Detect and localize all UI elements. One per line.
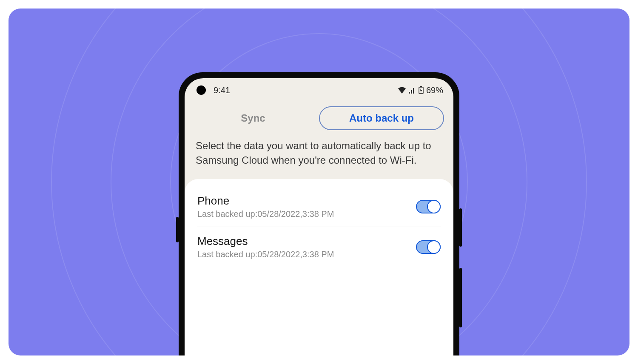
status-time: 9:41 bbox=[214, 85, 230, 95]
list-item[interactable]: Phone Last backed up:05/28/2022,3:38 PM bbox=[185, 187, 453, 227]
camera-hole bbox=[197, 85, 206, 95]
battery-percent: 69% bbox=[426, 85, 443, 95]
toggle-knob bbox=[427, 200, 441, 213]
toggle-switch[interactable] bbox=[416, 240, 441, 254]
status-right: 69% bbox=[398, 85, 443, 95]
wifi-icon bbox=[398, 87, 406, 94]
svg-rect-1 bbox=[420, 86, 422, 87]
toggle-knob bbox=[427, 240, 441, 254]
item-subtitle: Last backed up:05/28/2022,3:38 PM bbox=[197, 250, 334, 259]
toggle-switch[interactable] bbox=[416, 200, 441, 213]
phone-screen: 9:41 69% Sync Auto ba bbox=[185, 78, 453, 355]
list-item-text: Phone Last backed up:05/28/2022,3:38 PM bbox=[197, 194, 334, 219]
phone-side-button bbox=[459, 208, 462, 247]
battery-icon bbox=[419, 86, 424, 94]
list-item[interactable]: Messages Last backed up:05/28/2022,3:38 … bbox=[185, 227, 453, 267]
status-left: 9:41 bbox=[195, 85, 230, 95]
description-text: Select the data you want to automaticall… bbox=[185, 139, 453, 179]
backup-list-card: Phone Last backed up:05/28/2022,3:38 PM … bbox=[185, 179, 453, 355]
item-subtitle: Last backed up:05/28/2022,3:38 PM bbox=[197, 209, 334, 219]
signal-icon bbox=[408, 87, 416, 94]
item-title: Messages bbox=[197, 235, 334, 248]
phone-side-button bbox=[176, 217, 179, 242]
tab-auto-backup[interactable]: Auto back up bbox=[319, 106, 444, 130]
tabs-row: Sync Auto back up bbox=[185, 102, 453, 139]
list-item-text: Messages Last backed up:05/28/2022,3:38 … bbox=[197, 235, 334, 259]
tab-sync[interactable]: Sync bbox=[194, 107, 312, 129]
status-bar: 9:41 69% bbox=[185, 78, 453, 102]
promo-card: 9:41 69% Sync Auto ba bbox=[9, 9, 629, 355]
item-title: Phone bbox=[197, 194, 334, 208]
phone-side-button bbox=[459, 268, 462, 327]
phone-frame: 9:41 69% Sync Auto ba bbox=[179, 72, 459, 355]
